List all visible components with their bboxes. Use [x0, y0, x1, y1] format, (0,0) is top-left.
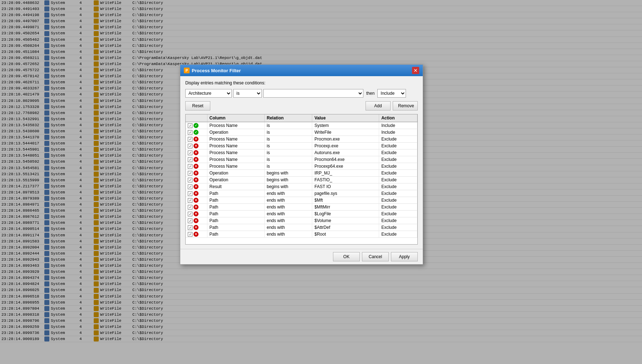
- value-cell: WriteFile: [312, 129, 379, 136]
- filter-table-body: ✓ Process Name is System Include ✓ Opera…: [186, 122, 417, 238]
- table-row[interactable]: ✕ Path ends with $LogFile Exclude: [186, 211, 417, 217]
- action-cell: Exclude: [379, 217, 417, 224]
- table-row[interactable]: ✕ Operation begins with IRP_MJ_ Exclude: [186, 170, 417, 177]
- row-check-cell[interactable]: ✓: [186, 129, 207, 136]
- status-icon: ✕: [193, 137, 199, 142]
- column-cell: Path: [207, 197, 264, 204]
- table-row[interactable]: ✕ Result begins with FAST IO Exclude: [186, 183, 417, 190]
- table-row[interactable]: ✓ Process Name is System Include: [186, 122, 417, 129]
- relation-select[interactable]: is is not contains excludes begins with …: [233, 89, 262, 98]
- checkbox[interactable]: [188, 198, 192, 203]
- checkbox[interactable]: [188, 178, 192, 182]
- relation-cell: begins with: [264, 183, 312, 190]
- table-row[interactable]: ✕ Path ends with pagefile.sys Exclude: [186, 190, 417, 197]
- action-cell: Exclude: [379, 170, 417, 177]
- status-icon: ✕: [193, 205, 199, 210]
- checkbox[interactable]: [188, 218, 192, 223]
- table-row[interactable]: ✓ Operation is WriteFile Include: [186, 129, 417, 136]
- status-icon: ✕: [193, 191, 199, 196]
- table-row[interactable]: ✕ Path ends with $AttrDef Exclude: [186, 224, 417, 231]
- close-button[interactable]: ✕: [412, 67, 419, 74]
- row-check-cell[interactable]: ✕: [186, 224, 207, 231]
- reset-button[interactable]: Reset: [185, 101, 210, 110]
- table-row[interactable]: ✕ Process Name is Procexp.exe Exclude: [186, 143, 417, 149]
- checkbox[interactable]: [188, 137, 192, 142]
- row-check-cell[interactable]: ✕: [186, 163, 207, 170]
- row-check-cell[interactable]: ✕: [186, 217, 207, 224]
- cancel-button[interactable]: Cancel: [362, 252, 389, 261]
- checkbox[interactable]: [188, 191, 192, 196]
- table-header: Column Relation Value Action: [186, 114, 417, 122]
- table-row[interactable]: ✕ Path ends with $Volume Exclude: [186, 217, 417, 224]
- value-cell: $LogFile: [312, 211, 379, 217]
- row-check-cell[interactable]: ✕: [186, 211, 207, 217]
- action-cell: Exclude: [379, 177, 417, 183]
- status-icon: ✕: [193, 184, 199, 189]
- relation-cell: ends with: [264, 204, 312, 211]
- row-check-cell[interactable]: ✕: [186, 190, 207, 197]
- relation-cell: ends with: [264, 197, 312, 204]
- row-check-cell[interactable]: ✕: [186, 197, 207, 204]
- checkbox[interactable]: [188, 164, 192, 169]
- row-check-cell[interactable]: ✕: [186, 156, 207, 163]
- checkbox[interactable]: [188, 225, 192, 230]
- checkbox[interactable]: [188, 157, 192, 162]
- row-check-cell[interactable]: ✕: [186, 177, 207, 183]
- row-check-cell[interactable]: ✕: [186, 204, 207, 211]
- column-cell: Operation: [207, 170, 264, 177]
- status-icon: ✕: [193, 218, 199, 223]
- checkbox[interactable]: [188, 123, 192, 128]
- row-check-cell[interactable]: ✓: [186, 122, 207, 129]
- ok-button[interactable]: OK: [333, 252, 360, 261]
- row-check-cell[interactable]: ✕: [186, 149, 207, 156]
- table-row[interactable]: ✕ Operation begins with FASTIO_ Exclude: [186, 177, 417, 183]
- filter-table-container[interactable]: Column Relation Value Action ✓ Process N…: [185, 114, 418, 245]
- status-icon: ✕: [193, 164, 199, 169]
- col-header-relation: Relation: [264, 114, 312, 122]
- relation-cell: is: [264, 149, 312, 156]
- row-check-cell[interactable]: ✕: [186, 143, 207, 149]
- table-row[interactable]: ✕ Process Name is Procmon.exe Exclude: [186, 136, 417, 143]
- checkbox[interactable]: [188, 205, 192, 210]
- remove-button[interactable]: Remove: [393, 101, 418, 110]
- value-select[interactable]: [263, 89, 363, 98]
- action-cell: Exclude: [379, 136, 417, 143]
- row-check-cell[interactable]: ✕: [186, 170, 207, 177]
- checkbox[interactable]: [188, 212, 192, 216]
- add-button[interactable]: Add: [366, 101, 391, 110]
- column-select[interactable]: Architecture Process Name PID Operation …: [185, 89, 232, 98]
- status-icon: ✕: [193, 171, 199, 176]
- table-row[interactable]: ✕ Process Name is Procmon64.exe Exclude: [186, 156, 417, 163]
- row-check-cell[interactable]: ✕: [186, 231, 207, 238]
- action-buttons-row: Reset Add Remove: [185, 101, 418, 110]
- table-row[interactable]: ✕ Path ends with $Root Exclude: [186, 231, 417, 238]
- checkbox[interactable]: [188, 185, 192, 189]
- table-row[interactable]: ✕ Path ends with $MftMirr Exclude: [186, 204, 417, 211]
- table-row[interactable]: ✕ Process Name is Procexp64.exe Exclude: [186, 163, 417, 170]
- checkbox[interactable]: [188, 171, 192, 176]
- status-icon: ✕: [193, 232, 199, 237]
- row-check-cell[interactable]: ✕: [186, 136, 207, 143]
- apply-button[interactable]: Apply: [391, 252, 418, 261]
- value-cell: pagefile.sys: [312, 190, 379, 197]
- checkbox[interactable]: [188, 130, 192, 135]
- table-row[interactable]: ✕ Path ends with $Mft Exclude: [186, 197, 417, 204]
- status-icon: ✕: [193, 157, 199, 162]
- column-cell: Process Name: [207, 156, 264, 163]
- row-check-cell[interactable]: ✕: [186, 183, 207, 190]
- value-cell: IRP_MJ_: [312, 170, 379, 177]
- status-icon: ✕: [193, 177, 199, 182]
- checkbox[interactable]: [188, 151, 192, 155]
- checkbox[interactable]: [188, 144, 192, 148]
- checkbox[interactable]: [188, 232, 192, 237]
- relation-cell: ends with: [264, 224, 312, 231]
- status-icon: ✕: [193, 198, 199, 203]
- relation-cell: is: [264, 156, 312, 163]
- col-header-check: [186, 114, 207, 122]
- titlebar-left: P Process Monitor Filter: [184, 68, 241, 73]
- table-row[interactable]: ✕ Process Name is Autoruns.exe Exclude: [186, 149, 417, 156]
- dialog-title: Process Monitor Filter: [192, 68, 241, 73]
- action-select[interactable]: Include Exclude: [377, 89, 406, 98]
- relation-cell: is: [264, 143, 312, 149]
- filter-condition-row: Architecture Process Name PID Operation …: [185, 89, 418, 98]
